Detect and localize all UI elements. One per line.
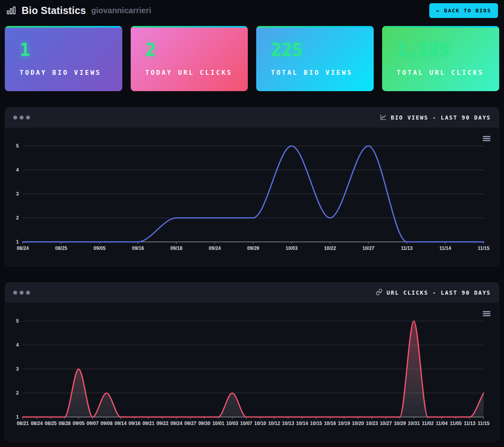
- url-clicks-panel: URL CLICKS - LAST 90 DAYS 1234508/2108/2…: [5, 282, 499, 441]
- y-tick-label: 5: [16, 318, 19, 324]
- app-header: Bio Statistics giovannicarrieri ← BACK T…: [5, 0, 499, 21]
- window-dot: [13, 116, 17, 120]
- window-dots: [13, 291, 30, 295]
- card-accent-strip: [131, 26, 248, 28]
- url-clicks-chart: 1234508/2108/2408/2508/2809/0509/0709/08…: [5, 303, 499, 441]
- y-tick-label: 3: [16, 191, 19, 197]
- panel-header: URL CLICKS - LAST 90 DAYS: [5, 283, 499, 303]
- window-dot: [20, 291, 24, 295]
- chart-menu-icon[interactable]: [483, 311, 490, 316]
- x-tick-label: 09/08: [101, 421, 113, 426]
- x-tick-label: 09/16: [132, 245, 144, 251]
- window-dots: [13, 116, 30, 120]
- bio-views-panel: BIO VIEWS - LAST 90 DAYS 1234508/2408/25…: [5, 107, 499, 266]
- x-tick-label: 11/15: [478, 421, 490, 426]
- x-tick-label: 09/24: [209, 245, 221, 251]
- card-accent-strip: [382, 26, 500, 28]
- x-tick-label: 10/31: [408, 421, 420, 426]
- x-tick-label: 09/16: [129, 421, 141, 426]
- x-tick-label: 10/13: [282, 421, 294, 426]
- x-tick-label: 09/30: [198, 421, 210, 426]
- x-tick-label: 09/05: [94, 245, 106, 251]
- panel-title-bio-views: BIO VIEWS - LAST 90 DAYS: [380, 114, 491, 122]
- x-tick-label: 08/25: [45, 421, 57, 426]
- chart-line-icon: [380, 114, 387, 122]
- x-tick-label: 10/14: [296, 421, 308, 426]
- x-tick-label: 10/12: [268, 421, 280, 426]
- x-tick-label: 10/16: [324, 421, 336, 426]
- x-tick-label: 08/24: [31, 421, 43, 426]
- window-dot: [26, 291, 30, 295]
- x-tick-label: 10/29: [394, 421, 406, 426]
- x-tick-label: 10/23: [366, 421, 378, 426]
- stat-card-today-bio-views: 1 TODAY BIO VIEWS: [5, 26, 122, 91]
- x-tick-label: 09/07: [87, 421, 99, 426]
- link-icon: [376, 289, 382, 297]
- x-tick-label: 10/20: [352, 421, 364, 426]
- back-to-bios-button[interactable]: ← BACK TO BIOS: [429, 3, 498, 18]
- x-tick-label: 08/21: [17, 421, 29, 426]
- x-tick-label: 11/04: [436, 421, 448, 426]
- panel-title-text: BIO VIEWS - LAST 90 DAYS: [391, 114, 491, 121]
- x-tick-label: 10/15: [310, 421, 322, 426]
- stat-card-total-url-clicks: 1,199 TOTAL URL CLICKS: [382, 26, 500, 91]
- panel-title-url-clicks: URL CLICKS - LAST 90 DAYS: [376, 289, 491, 297]
- x-tick-label: 11/14: [439, 245, 451, 251]
- chart-area-url-clicks: 1234508/2108/2408/2508/2809/0509/0709/08…: [5, 303, 499, 441]
- stat-label: TOTAL BIO VIEWS: [271, 69, 374, 76]
- window-dot: [26, 116, 30, 120]
- card-accent-strip: [256, 26, 374, 28]
- y-tick-label: 1: [16, 239, 19, 245]
- x-tick-label: 08/24: [17, 245, 29, 251]
- panel-title-text: URL CLICKS - LAST 90 DAYS: [386, 289, 491, 296]
- x-tick-label: 09/27: [184, 421, 196, 426]
- x-tick-label: 10/27: [380, 421, 392, 426]
- y-tick-label: 4: [16, 167, 19, 173]
- x-tick-label: 10/07: [240, 421, 252, 426]
- x-tick-label: 11/15: [478, 245, 490, 251]
- x-tick-label: 10/22: [324, 245, 336, 251]
- page: Bio Statistics giovannicarrieri ← BACK T…: [0, 0, 504, 441]
- stat-value: 225: [271, 41, 374, 59]
- y-tick-label: 5: [16, 143, 19, 149]
- username-label: giovannicarrieri: [91, 6, 151, 15]
- stat-label: TOTAL URL CLICKS: [397, 69, 500, 76]
- stat-card-today-url-clicks: 2 TODAY URL CLICKS: [131, 26, 248, 91]
- y-tick-label: 2: [16, 390, 19, 396]
- x-tick-label: 11/02: [422, 421, 434, 426]
- x-tick-label: 10/19: [338, 421, 350, 426]
- x-tick-label: 09/14: [115, 421, 127, 426]
- panel-header: BIO VIEWS - LAST 90 DAYS: [5, 108, 499, 128]
- y-tick-label: 1: [16, 414, 19, 420]
- bio-views-chart: 1234508/2408/2509/0509/1609/1809/2409/29…: [5, 128, 499, 266]
- stat-value: 1: [20, 41, 122, 59]
- window-dot: [20, 116, 24, 120]
- x-tick-label: 11/13: [464, 421, 476, 426]
- stat-label: TODAY BIO VIEWS: [20, 69, 122, 76]
- chart-menu-icon[interactable]: [483, 136, 490, 141]
- x-tick-label: 09/24: [170, 421, 182, 426]
- y-tick-label: 3: [16, 366, 19, 372]
- x-tick-label: 11/05: [450, 421, 462, 426]
- x-tick-label: 10/03: [286, 245, 298, 251]
- x-tick-label: 09/22: [156, 421, 168, 426]
- window-dot: [13, 291, 17, 295]
- x-tick-label: 11/13: [401, 245, 413, 251]
- x-tick-label: 10/01: [212, 421, 224, 426]
- x-tick-label: 09/05: [73, 421, 85, 426]
- x-tick-label: 08/25: [55, 245, 67, 251]
- stat-value: 1,199: [397, 41, 500, 59]
- x-tick-label: 10/03: [226, 421, 238, 426]
- stat-card-total-bio-views: 225 TOTAL BIO VIEWS: [256, 26, 374, 91]
- x-tick-label: 08/28: [59, 421, 71, 426]
- y-tick-label: 2: [16, 215, 19, 221]
- x-tick-label: 10/27: [363, 245, 375, 251]
- x-tick-label: 09/21: [142, 421, 154, 426]
- bar-chart-icon: [6, 5, 16, 16]
- stat-label: TODAY URL CLICKS: [145, 69, 248, 76]
- stat-value: 2: [145, 41, 248, 59]
- y-tick-label: 4: [16, 342, 19, 348]
- stats-row: 1 TODAY BIO VIEWS 2 TODAY URL CLICKS 225…: [5, 26, 499, 91]
- x-tick-label: 09/29: [247, 245, 259, 251]
- page-title: Bio Statistics: [22, 5, 86, 16]
